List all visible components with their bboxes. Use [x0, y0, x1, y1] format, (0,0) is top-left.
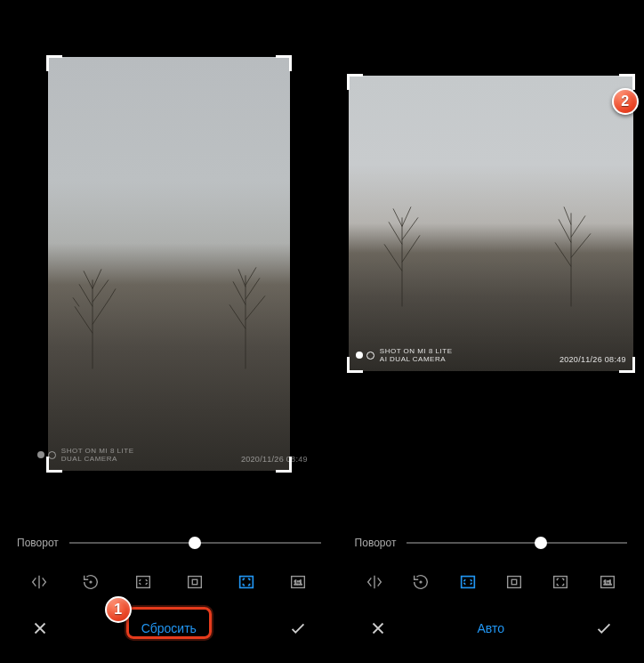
auto-button[interactable]: Авто	[469, 618, 514, 639]
slider-thumb[interactable]	[189, 537, 201, 549]
svg-rect-1	[136, 577, 149, 588]
reset-button[interactable]: Сбросить	[133, 618, 205, 639]
svg-rect-9	[508, 577, 521, 588]
crop-frame[interactable]: SHOT ON MI 8 LITE DUAL CAMERA 2020/11/26…	[48, 57, 290, 471]
photo-preview[interactable]: SHOT ON MI 8 LITE AI DUAL CAMERA 2020/11…	[349, 76, 633, 371]
aspect-1-1-icon[interactable]: 1:1	[283, 570, 313, 594]
photo-area: SHOT ON MI 8 LITE DUAL CAMERA 2020/11/26…	[4, 4, 334, 523]
flip-horizontal-icon[interactable]	[24, 570, 54, 594]
crop-handle-tr[interactable]	[276, 55, 292, 71]
rotation-slider[interactable]	[69, 534, 321, 552]
timestamp: 2020/11/26 08:49	[241, 455, 308, 464]
crop-handle-tl[interactable]	[347, 74, 363, 90]
crop-handle-br[interactable]	[276, 457, 292, 473]
crop-handle-bl[interactable]	[46, 457, 62, 473]
watermark-line2: DUAL CAMERA	[61, 455, 134, 464]
crop-frame[interactable]: SHOT ON MI 8 LITE AI DUAL CAMERA 2020/11…	[349, 76, 633, 371]
aspect-original-icon[interactable]	[180, 570, 210, 594]
cancel-button[interactable]	[360, 614, 396, 643]
photo-preview[interactable]: SHOT ON MI 8 LITE DUAL CAMERA 2020/11/26…	[48, 57, 290, 471]
svg-point-0	[90, 581, 92, 583]
rotate-icon[interactable]	[406, 570, 436, 594]
timestamp: 2020/11/26 08:49	[559, 355, 626, 364]
editor-panel-right: SHOT ON MI 8 LITE AI DUAL CAMERA 2020/11…	[338, 0, 644, 663]
aspect-free-icon[interactable]	[128, 570, 158, 594]
svg-rect-8	[461, 577, 474, 588]
controls-bar: Поворот 1:1	[4, 523, 334, 659]
rotation-label: Поворот	[17, 537, 59, 549]
aspect-free-icon[interactable]	[453, 570, 483, 594]
crop-handle-br[interactable]	[619, 357, 635, 373]
watermark-line1: SHOT ON MI 8 LITE	[61, 447, 134, 456]
watermark: SHOT ON MI 8 LITE AI DUAL CAMERA	[356, 347, 453, 364]
svg-text:1:1: 1:1	[294, 579, 302, 586]
aspect-fullscreen-icon[interactable]	[231, 570, 262, 594]
watermark-line2: AI DUAL CAMERA	[380, 355, 453, 364]
crop-handle-tl[interactable]	[46, 55, 62, 71]
confirm-button[interactable]	[280, 614, 316, 643]
svg-point-7	[420, 581, 422, 583]
aspect-fullscreen-icon[interactable]	[545, 570, 576, 594]
svg-rect-4	[240, 577, 254, 588]
aspect-1-1-icon[interactable]: 1:1	[592, 570, 623, 594]
callout-badge-2: 2	[612, 88, 639, 115]
svg-rect-3	[192, 579, 197, 585]
callout-badge-1: 1	[105, 596, 132, 623]
dot-icon	[366, 352, 374, 360]
dot-icon	[37, 451, 44, 458]
controls-bar: Поворот 1:1	[342, 523, 640, 659]
rotation-slider[interactable]	[407, 534, 627, 552]
rotation-label: Поворот	[355, 537, 397, 549]
confirm-button[interactable]	[586, 614, 622, 643]
svg-rect-10	[511, 579, 517, 585]
svg-rect-2	[189, 577, 202, 588]
photo-area: SHOT ON MI 8 LITE AI DUAL CAMERA 2020/11…	[342, 4, 640, 523]
aspect-original-icon[interactable]	[499, 570, 529, 594]
editor-panel-left: SHOT ON MI 8 LITE DUAL CAMERA 2020/11/26…	[0, 0, 338, 663]
watermark-line1: SHOT ON MI 8 LITE	[380, 347, 453, 356]
cancel-button[interactable]	[22, 614, 58, 643]
slider-thumb[interactable]	[535, 537, 547, 549]
flip-horizontal-icon[interactable]	[359, 570, 390, 594]
crop-handle-bl[interactable]	[347, 357, 363, 373]
svg-rect-11	[554, 577, 568, 588]
svg-text:1:1: 1:1	[603, 579, 611, 586]
rotate-icon[interactable]	[76, 570, 106, 594]
